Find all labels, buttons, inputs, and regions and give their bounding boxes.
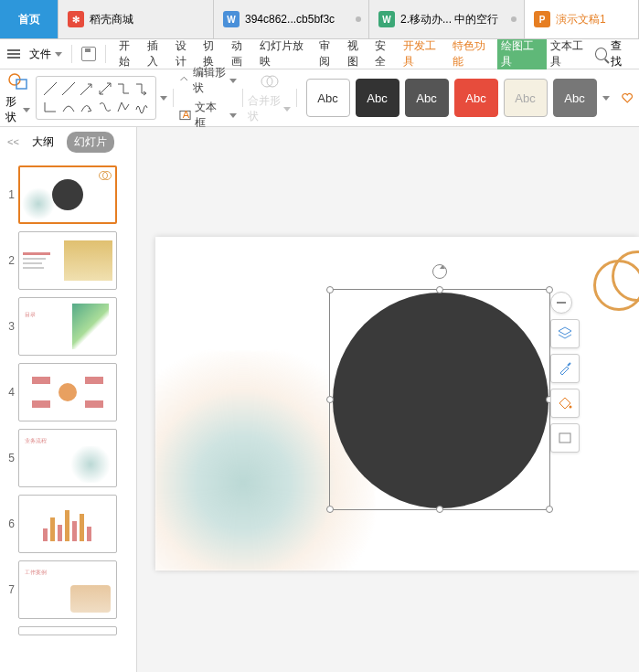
bucket-icon <box>557 395 573 411</box>
chevron-down-icon <box>23 108 30 112</box>
slide-thumb-5[interactable]: 业务流程 <box>18 429 117 487</box>
tab-home[interactable]: 首页 <box>0 0 59 38</box>
chevron-down-icon <box>55 52 62 57</box>
canvas-area[interactable] <box>137 127 639 672</box>
style-red[interactable]: Abc <box>454 79 498 117</box>
resize-handle-tm[interactable] <box>436 286 443 293</box>
outline-tab[interactable]: 大纲 <box>25 132 61 153</box>
tab-store[interactable]: ✻ 稻壳商城 <box>59 0 214 38</box>
slide-thumb-7[interactable]: 工作案例 <box>18 560 117 619</box>
thumb-row <box>0 623 136 639</box>
resize-handle-ml[interactable] <box>326 396 334 403</box>
main: << 大纲 幻灯片 1 2 <box>0 127 639 672</box>
oval-shape[interactable] <box>333 293 548 508</box>
fill-tool[interactable] <box>550 389 580 418</box>
thumb-row: 4 <box>0 359 136 425</box>
tab-doc1[interactable]: W 394c862...cb5bf3c <box>214 0 369 38</box>
connector-icon <box>42 99 59 115</box>
collapse-icon[interactable]: << <box>7 136 19 147</box>
toy-thumb-icon <box>70 585 111 613</box>
thumb-row: 2 <box>0 228 136 293</box>
resize-handle-br[interactable] <box>546 506 553 513</box>
tab-doc1-label: 394c862...cb5bf3c <box>245 13 335 26</box>
slide-thumb-4[interactable] <box>18 363 117 421</box>
merge-icon <box>260 71 280 91</box>
search[interactable]: 查找 <box>595 38 632 69</box>
thumb-number: 2 <box>5 254 15 267</box>
fire-icon: ✻ <box>68 11 84 27</box>
slide-thumb-1[interactable] <box>18 165 117 224</box>
resize-handle-bl[interactable] <box>326 506 334 513</box>
selection-box[interactable] <box>329 289 550 510</box>
edit-shape-icon <box>179 74 189 87</box>
style-grey[interactable]: Abc <box>405 79 449 117</box>
svg-rect-11 <box>32 377 50 384</box>
lines-gallery[interactable] <box>36 76 156 120</box>
style-cream[interactable]: Abc <box>504 79 548 117</box>
floating-tools <box>550 292 580 453</box>
chevron-down-icon <box>229 79 237 83</box>
cactus-thumb-icon <box>22 187 55 220</box>
svg-rect-20 <box>80 514 84 541</box>
tab-presentation[interactable]: P 演示文稿1 <box>525 0 639 38</box>
merge-shapes-button[interactable]: 合并形状 <box>248 71 290 124</box>
slide-thumb-3[interactable]: 目录 <box>18 297 117 356</box>
menu-dev[interactable]: 开发工具 <box>399 39 449 69</box>
tab-doc2[interactable]: W 2.移动办... 中的空行 <box>369 0 525 38</box>
merge-label: 合并形状 <box>248 93 281 124</box>
slide-thumb-8[interactable] <box>18 626 117 635</box>
chevron-down-icon[interactable] <box>160 96 167 101</box>
dirty-dot-icon <box>356 16 361 22</box>
svg-line-24 <box>568 363 570 366</box>
menu-bar: 文件 开始 插入 设计 切换 动画 幻灯片放映 审阅 视图 安全 开发工具 特色… <box>0 39 639 69</box>
separator <box>296 89 297 107</box>
svg-rect-16 <box>50 517 55 541</box>
svg-rect-27 <box>559 433 570 443</box>
file-menu[interactable]: 文件 <box>29 47 62 62</box>
chevron-down-icon[interactable] <box>602 96 610 101</box>
menu-insert[interactable]: 插入 <box>144 39 172 69</box>
menu-slideshow[interactable]: 幻灯片放映 <box>256 39 315 69</box>
style-black[interactable]: Abc <box>356 79 399 117</box>
resize-handle-bm[interactable] <box>436 506 443 513</box>
tab-presentation-label: 演示文稿1 <box>556 12 606 27</box>
svg-line-4 <box>80 84 91 95</box>
shape-icon <box>7 70 29 92</box>
shapes-button[interactable]: 形状 <box>5 70 30 125</box>
slide-canvas[interactable] <box>155 237 639 571</box>
slide-thumb-2[interactable] <box>18 231 117 290</box>
slide-thumb-6[interactable] <box>18 495 117 553</box>
menu-security[interactable]: 安全 <box>371 39 399 69</box>
line-icon <box>60 80 77 97</box>
chevron-down-icon <box>283 107 291 112</box>
hamburger-icon[interactable] <box>7 49 20 59</box>
thumb-row: 1 <box>0 162 136 228</box>
outline-tool[interactable] <box>550 423 580 453</box>
line-icon <box>42 80 59 97</box>
menu-view[interactable]: 视图 <box>344 39 372 69</box>
style-dark[interactable]: Abc <box>553 79 597 117</box>
thumb-content <box>23 238 61 283</box>
resize-handle-tl[interactable] <box>326 286 334 293</box>
textbox-button[interactable]: A 文本框 <box>179 100 236 131</box>
menu-start[interactable]: 开始 <box>115 39 144 69</box>
slides-tab[interactable]: 幻灯片 <box>67 132 114 153</box>
menu-review[interactable]: 审阅 <box>315 39 344 69</box>
heart-icon[interactable] <box>621 90 634 106</box>
eyedropper-tool[interactable] <box>550 354 580 383</box>
double-arrow-icon <box>97 80 113 97</box>
save-icon[interactable] <box>81 47 96 61</box>
shapes-label: 形状 <box>5 94 21 125</box>
svg-point-10 <box>59 383 77 401</box>
menu-text[interactable]: 文本工具 <box>547 39 596 69</box>
layer-tool[interactable] <box>550 319 580 348</box>
edit-shape-button[interactable]: 编辑形状 <box>179 65 236 96</box>
separator <box>242 89 243 107</box>
rotate-handle[interactable] <box>432 264 447 279</box>
svg-line-3 <box>62 82 75 95</box>
menu-special[interactable]: 特色功能 <box>449 39 498 69</box>
style-white[interactable]: Abc <box>306 79 350 117</box>
menu-draw[interactable]: 绘图工具 <box>497 39 547 69</box>
collapse-tool[interactable] <box>550 292 572 314</box>
scurve-icon <box>97 99 113 115</box>
